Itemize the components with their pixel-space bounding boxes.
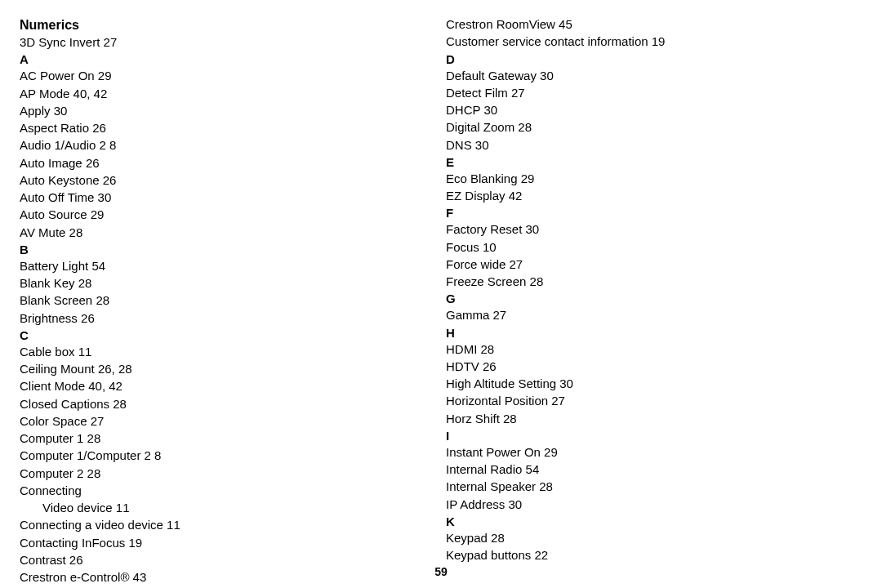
index-entry: Apply 30 [20, 103, 420, 119]
index-entry: HDMI 28 [446, 341, 846, 358]
index-entry: High Altitude Setting 30 [446, 376, 846, 392]
index-entry: Auto Keystone 26 [20, 172, 420, 189]
index-entry: 3D Sync Invert 27 [20, 34, 420, 51]
index-entry: Eco Blanking 29 [446, 171, 846, 187]
index-entry: Blank Key 28 [20, 275, 420, 292]
index-letter-heading: B [20, 243, 420, 256]
index-entry: Aspect Ratio 26 [20, 120, 420, 136]
index-columns: Numerics3D Sync Invert 27AAC Power On 29… [20, 16, 862, 586]
left-column: Numerics3D Sync Invert 27AAC Power On 29… [20, 16, 420, 586]
index-entry: Color Space 27 [20, 413, 420, 430]
index-entry: Digital Zoom 28 [446, 119, 846, 136]
index-entry: Contacting InFocus 19 [20, 535, 420, 551]
index-letter-heading: G [446, 292, 846, 305]
index-entry: Freeze Screen 28 [446, 274, 846, 290]
index-entry: Computer 1/Computer 2 8 [20, 448, 420, 464]
index-entry: EZ Display 42 [446, 188, 846, 204]
index-entry: DNS 30 [446, 137, 846, 154]
index-entry: Horz Shift 28 [446, 411, 846, 427]
index-letter-heading: K [446, 514, 846, 528]
index-entry: IP Address 30 [446, 497, 846, 513]
index-entry: Keypad 28 [446, 530, 846, 546]
index-subentry: Video device 11 [20, 500, 420, 516]
index-letter-heading: I [446, 429, 846, 443]
index-entry: Default Gateway 30 [446, 68, 846, 84]
index-letter-heading: C [20, 328, 420, 342]
index-entry: DHCP 30 [446, 102, 846, 118]
index-entry: Focus 10 [446, 239, 846, 256]
index-entry: Connecting a video device 11 [20, 517, 420, 533]
index-entry: Connecting [20, 483, 420, 499]
index-entry: AP Mode 40, 42 [20, 86, 420, 102]
index-entry: Internal Radio 54 [446, 461, 846, 478]
index-entry: Brightness 26 [20, 310, 420, 327]
index-letter-heading: A [20, 52, 420, 66]
index-entry: Keypad buttons 22 [446, 547, 846, 564]
page-number: 59 [434, 565, 448, 578]
index-entry: Computer 2 28 [20, 466, 420, 482]
index-entry: Auto Image 26 [20, 155, 420, 172]
index-letter-heading: D [446, 52, 846, 66]
index-entry: Cable box 11 [20, 344, 420, 360]
index-entry: Gamma 27 [446, 307, 846, 323]
index-section-heading: Numerics [20, 18, 420, 33]
index-entry: Blank Screen 28 [20, 292, 420, 309]
index-entry: HDTV 26 [446, 359, 846, 375]
index-entry: Closed Captions 28 [20, 396, 420, 412]
index-letter-heading: H [446, 326, 846, 340]
index-entry: Horizontal Position 27 [446, 393, 846, 409]
index-entry: Instant Power On 29 [446, 444, 846, 461]
index-entry: Factory Reset 30 [446, 221, 846, 238]
index-entry: Crestron RoomView 45 [446, 16, 846, 33]
index-entry: Detect Film 27 [446, 85, 846, 101]
index-entry: Crestron e-Control® 43 [20, 569, 420, 586]
index-entry: Audio 1/Audio 2 8 [20, 137, 420, 154]
index-entry: Ceiling Mount 26, 28 [20, 361, 420, 377]
index-entry: Battery Light 54 [20, 258, 420, 274]
index-letter-heading: F [446, 206, 846, 220]
index-entry: Customer service contact information 19 [446, 33, 846, 50]
index-letter-heading: E [446, 155, 846, 169]
index-entry: Auto Off Time 30 [20, 189, 420, 206]
index-entry: Client Mode 40, 42 [20, 378, 420, 394]
index-entry: Contrast 26 [20, 552, 420, 568]
right-column: Crestron RoomView 45Customer service con… [446, 16, 846, 586]
index-entry: Internal Speaker 28 [446, 479, 846, 495]
index-entry: AC Power On 29 [20, 68, 420, 84]
index-entry: Computer 1 28 [20, 430, 420, 447]
index-entry: Auto Source 29 [20, 207, 420, 223]
index-entry: AV Mute 28 [20, 225, 420, 241]
index-entry: Force wide 27 [446, 256, 846, 273]
